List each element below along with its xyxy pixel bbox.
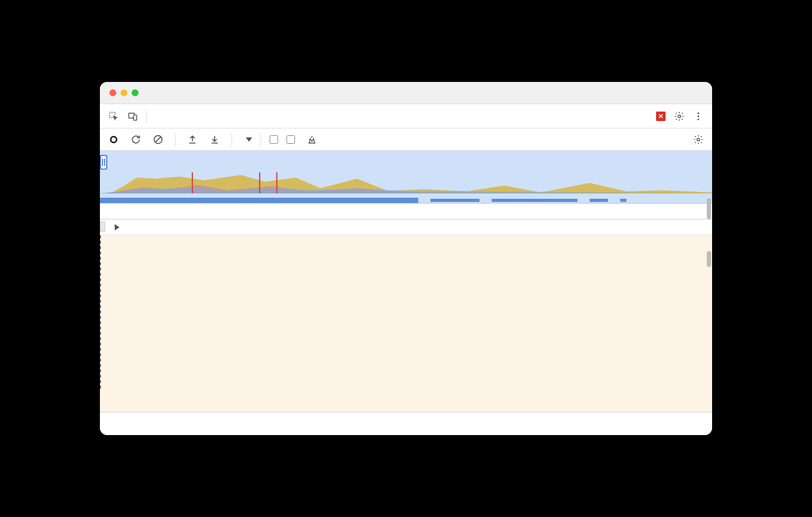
titlebar[interactable] <box>100 82 712 104</box>
divider <box>232 133 232 146</box>
network-request-chip[interactable] <box>100 221 105 232</box>
kebab-menu-icon[interactable] <box>690 108 707 125</box>
svg-rect-10 <box>259 172 260 193</box>
screenshots-checkbox[interactable] <box>270 135 281 144</box>
svg-point-3 <box>678 115 681 117</box>
clear-button[interactable] <box>150 131 167 148</box>
traffic-lights <box>109 89 139 96</box>
svg-point-4 <box>697 112 699 114</box>
divider <box>261 133 261 146</box>
inspect-element-icon[interactable] <box>105 108 122 125</box>
close-button[interactable] <box>109 89 116 96</box>
flame-ruler[interactable] <box>100 204 712 219</box>
details-tabs <box>100 412 712 435</box>
flame-chart[interactable] <box>100 235 712 412</box>
svg-point-6 <box>697 118 699 120</box>
maximize-button[interactable] <box>132 89 139 96</box>
record-button[interactable] <box>105 131 122 148</box>
net-chart <box>100 196 712 201</box>
settings-icon[interactable] <box>671 108 688 125</box>
svg-rect-19 <box>589 199 608 202</box>
devtools-window: ✕ <box>100 82 712 435</box>
upload-icon[interactable] <box>184 131 201 148</box>
svg-rect-9 <box>192 172 193 193</box>
svg-rect-18 <box>492 199 577 202</box>
memory-checkbox[interactable] <box>287 135 298 144</box>
download-icon[interactable] <box>206 131 223 148</box>
minimize-button[interactable] <box>121 89 127 96</box>
network-row[interactable] <box>100 219 712 235</box>
divider <box>175 133 176 146</box>
expand-icon[interactable] <box>115 224 119 230</box>
error-count[interactable]: ✕ <box>656 112 669 121</box>
svg-point-5 <box>697 115 699 117</box>
garbage-collect-icon[interactable] <box>303 131 320 148</box>
svg-rect-2 <box>134 115 137 120</box>
svg-rect-20 <box>620 199 626 202</box>
timeline-overview[interactable] <box>100 151 712 204</box>
scrollbar-track[interactable] <box>706 198 712 412</box>
device-toggle-icon[interactable] <box>124 108 141 125</box>
dropdown-caret-icon <box>246 137 252 142</box>
svg-point-8 <box>697 138 700 141</box>
svg-rect-11 <box>276 172 278 193</box>
selection-handle-right[interactable] <box>100 155 107 170</box>
svg-rect-16 <box>100 198 418 203</box>
recording-select[interactable] <box>241 137 252 142</box>
reload-button[interactable] <box>127 131 144 148</box>
overflow-tabs-icon[interactable] <box>154 108 171 125</box>
error-icon: ✕ <box>656 112 666 121</box>
time-cursor[interactable] <box>100 235 101 389</box>
scrollbar-thumb[interactable] <box>707 251 711 267</box>
svg-rect-17 <box>430 199 479 202</box>
scrollbar-thumb[interactable] <box>707 198 711 219</box>
cpu-chart <box>100 172 712 193</box>
divider <box>146 109 147 123</box>
main-toolbar: ✕ <box>100 104 712 128</box>
capture-settings-icon[interactable] <box>690 131 707 148</box>
performance-toolbar <box>100 128 712 151</box>
